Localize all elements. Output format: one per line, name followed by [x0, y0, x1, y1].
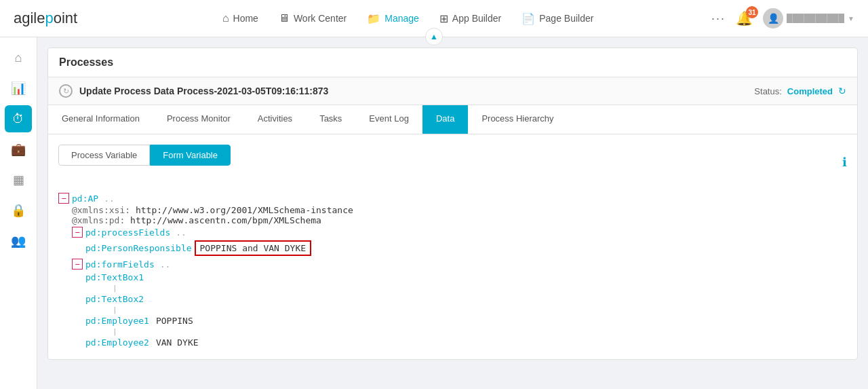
nav-pagebuilder[interactable]: 📄 Page Builder	[521, 12, 593, 25]
appbuilder-icon: ⊞	[439, 12, 448, 25]
home-icon: ⌂	[222, 12, 229, 24]
logo[interactable]: agilepoint	[14, 10, 77, 27]
node-dotdot-processfields: ..	[176, 227, 186, 238]
main-layout: ⌂ 📊 ⏱ 💼 ▦ 🔒 👥 › Processes ↻ Update Proce…	[0, 37, 868, 389]
nav-appbuilder-label: App Builder	[452, 13, 501, 24]
sidebar-item-security[interactable]: 🔒	[5, 197, 32, 224]
logo-text: agilepoint	[14, 10, 77, 27]
page-content: Processes ↻ Update Process Data Process-…	[47, 48, 858, 360]
process-status-icon: ↻	[59, 84, 73, 98]
node-key-textbox1: pd:TextBox1	[85, 272, 144, 282]
nav-manage[interactable]: 📁 Manage	[367, 12, 419, 25]
nav-workcenter-label: Work Center	[294, 13, 347, 24]
dropdown-chevron-icon: ▼	[848, 15, 854, 22]
pagebuilder-icon: 📄	[521, 12, 535, 25]
tree-node-formfields: − pd:formFields ..	[58, 257, 847, 271]
tab-activities[interactable]: Activities	[244, 105, 306, 134]
tree-node-textbox2: pd:TextBox2	[58, 293, 847, 305]
tree-view: − pd:AP .. @xmlns:xsi: http://www.w3.org…	[58, 191, 847, 349]
tree-node-root: − pd:AP ..	[58, 191, 847, 205]
node-value-employee1: POPPINS	[156, 316, 193, 326]
nav-home-label: Home	[233, 13, 258, 24]
node-dotdot-formfields: ..	[160, 259, 171, 270]
tab-hierarchy[interactable]: Process Hierarchy	[468, 105, 567, 134]
notification-badge: 31	[746, 6, 758, 18]
left-sidebar: ⌂ 📊 ⏱ 💼 ▦ 🔒 👥 ›	[0, 37, 37, 389]
tree-container: − pd:AP .. @xmlns:xsi: http://www.w3.org…	[58, 191, 847, 349]
avatar: 👤	[763, 8, 783, 29]
node-value-personresponsible: POPPINS and VAN DYKE	[195, 240, 312, 256]
sub-tab-form-variable[interactable]: Form Variable	[150, 145, 231, 166]
node-dotdot-root: ..	[104, 193, 115, 204]
sidebar-item-briefcase[interactable]: 💼	[5, 136, 32, 163]
node-key-formfields: pd:formFields	[85, 259, 155, 270]
tree-connector-textbox1: |	[58, 284, 847, 293]
data-tab-content: Process Variable Form Variable ℹ − pd:AP…	[48, 134, 857, 359]
node-value-employee2: VAN DYKE	[156, 337, 199, 348]
sidebar-item-analytics[interactable]: 📊	[5, 75, 32, 102]
node-key-personresponsible: pd:PersonResponsible	[85, 243, 192, 253]
tree-connector-employee1: |	[58, 327, 847, 336]
node-key-employee2: pd:Employee2	[85, 337, 149, 348]
tree-toggle-root[interactable]: −	[58, 193, 69, 204]
tab-data[interactable]: Data	[422, 105, 468, 134]
username: ██████████	[787, 14, 844, 23]
page-title: Processes	[59, 56, 113, 68]
monitor-icon: 🖥	[279, 12, 290, 24]
node-key-textbox2: pd:TextBox2	[85, 294, 144, 304]
refresh-button[interactable]: ↻	[838, 86, 846, 96]
tree-toggle-formfields[interactable]: −	[72, 259, 83, 270]
sidebar-item-grid[interactable]: ▦	[5, 166, 32, 193]
sidebar-item-users[interactable]: 👥	[5, 227, 32, 255]
nav-pagebuilder-label: Page Builder	[539, 13, 593, 24]
tab-monitor[interactable]: Process Monitor	[153, 105, 244, 134]
nav-collapse-button[interactable]: ▲	[425, 28, 443, 45]
sub-tab-process-variable[interactable]: Process Variable	[58, 145, 150, 166]
sub-tabs: Process Variable Form Variable	[58, 145, 231, 166]
tree-node-employee2: pd:Employee2 VAN DYKE	[58, 336, 847, 349]
user-menu[interactable]: 👤 ██████████ ▼	[763, 8, 854, 29]
sidebar-item-processes[interactable]: ⏱	[5, 105, 32, 132]
nav-items: ⌂ Home 🖥 Work Center 📁 Manage ⊞ App Buil…	[104, 12, 711, 25]
content-area: Processes ↻ Update Process Data Process-…	[37, 37, 868, 389]
tab-eventlog[interactable]: Event Log	[355, 105, 422, 134]
status-section: Status: Completed ↻	[754, 86, 846, 96]
nav-home[interactable]: ⌂ Home	[222, 12, 258, 24]
tab-general[interactable]: General Information	[48, 105, 153, 134]
tree-node-processfields: − pd:processFields ..	[58, 225, 847, 239]
tree-toggle-processfields[interactable]: −	[72, 227, 83, 238]
node-key-employee1: pd:Employee1	[85, 316, 149, 326]
tree-node-personresponsible: pd:PersonResponsible POPPINS and VAN DYK…	[58, 239, 847, 257]
top-navigation: agilepoint ⌂ Home 🖥 Work Center 📁 Manage…	[0, 0, 868, 37]
logo-dot: p	[45, 10, 53, 26]
node-attr-xmlns-xsi: @xmlns:xsi: http://www.w3.org/2001/XMLSc…	[58, 205, 847, 215]
nav-right: ··· 🔔 31 👤 ██████████ ▼	[711, 8, 854, 29]
status-label: Status:	[754, 86, 781, 96]
info-icon[interactable]: ℹ	[842, 155, 847, 170]
sidebar-item-home[interactable]: ⌂	[5, 44, 32, 71]
node-attr-xmlns-pd: @xmlns:pd: http://www.ascentn.com/bpm/XM…	[58, 215, 847, 225]
node-key-root: pd:AP	[72, 193, 98, 204]
notification-bell[interactable]: 🔔 31	[736, 10, 753, 26]
tab-tasks[interactable]: Tasks	[306, 105, 355, 134]
more-options-button[interactable]: ···	[711, 12, 726, 26]
nav-workcenter[interactable]: 🖥 Work Center	[279, 12, 347, 24]
folder-icon: 📁	[367, 12, 380, 25]
status-value: Completed	[787, 86, 833, 96]
process-header: ↻ Update Process Data Process-2021-03-05…	[48, 77, 857, 105]
nav-manage-label: Manage	[384, 13, 419, 24]
tree-node-employee1: pd:Employee1 POPPINS	[58, 314, 847, 327]
process-name: Update Process Data Process-2021-03-05T0…	[79, 86, 754, 96]
page-header: Processes	[48, 48, 857, 77]
tabs-bar: General Information Process Monitor Acti…	[48, 105, 857, 134]
avatar-icon: 👤	[768, 13, 779, 24]
node-key-processfields: pd:processFields	[85, 227, 170, 238]
tree-connector-textbox2: |	[58, 305, 847, 314]
nav-appbuilder[interactable]: ⊞ App Builder	[439, 12, 501, 25]
tree-node-textbox1: pd:TextBox1	[58, 271, 847, 284]
